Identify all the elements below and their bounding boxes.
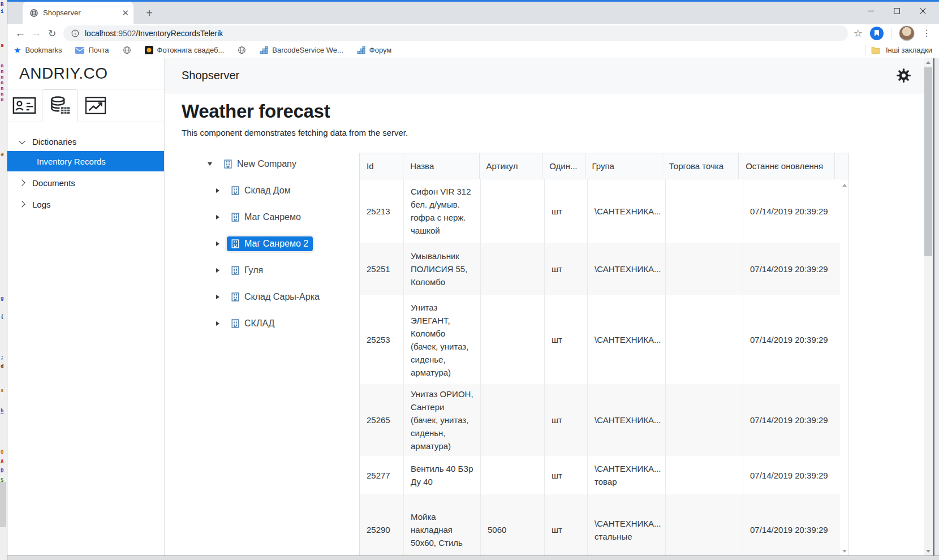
tree-node-root[interactable]: New Company bbox=[204, 156, 357, 172]
grid-cell-group[interactable]: \САНТЕХНИКА... товар bbox=[588, 456, 666, 494]
bookmark-item[interactable] bbox=[238, 46, 246, 54]
nav-dictionaries[interactable]: Dictionaries bbox=[7, 132, 164, 151]
table-row[interactable]: 25213Сифон VIR 312 бел. д/умыв. гофра с … bbox=[360, 179, 841, 243]
bookmark-item[interactable] bbox=[123, 46, 131, 54]
maximize-button[interactable] bbox=[884, 2, 910, 20]
tree-node[interactable]: Гуля bbox=[204, 262, 357, 278]
new-tab-button[interactable]: + bbox=[141, 5, 157, 21]
table-row[interactable]: 25253Унитаз ЭЛЕГАНТ, Коломбо (бачек, уни… bbox=[360, 295, 841, 384]
grid-cell-article[interactable] bbox=[481, 384, 545, 456]
scroll-down-icon[interactable] bbox=[842, 550, 847, 553]
grid-cell-id[interactable]: 25290 bbox=[360, 494, 404, 555]
grid-cell-updated[interactable]: 07/14/2019 20:39:29 bbox=[743, 295, 841, 384]
expand-icon[interactable] bbox=[216, 295, 219, 299]
grid-cell-name[interactable]: Мойка накладная 50х60, Стиль bbox=[404, 494, 481, 555]
grid-cell-point[interactable] bbox=[666, 456, 743, 494]
expand-icon[interactable] bbox=[216, 215, 219, 219]
grid-cell-unit[interactable]: шт bbox=[545, 295, 588, 384]
expand-icon[interactable] bbox=[216, 268, 219, 273]
nav-inventory-records-selected[interactable]: Inventory Records bbox=[7, 151, 164, 171]
grid-cell-article[interactable] bbox=[481, 456, 545, 494]
tree-node[interactable]: Маг Санремо bbox=[204, 209, 357, 225]
tab-reports[interactable] bbox=[78, 89, 113, 122]
grid-cell-point[interactable] bbox=[666, 295, 743, 384]
minimize-button[interactable] bbox=[858, 2, 884, 20]
grid-cell-article[interactable] bbox=[481, 243, 545, 295]
tab-close-icon[interactable]: ✕ bbox=[122, 8, 129, 17]
grid-cell-name[interactable]: Умывальник ПОЛИСИЯ 55, Коломбо bbox=[404, 243, 481, 295]
grid-cell-id[interactable]: 25277 bbox=[360, 456, 404, 494]
close-window-button[interactable] bbox=[910, 2, 936, 20]
bookmark-item[interactable]: Почта bbox=[75, 46, 109, 54]
tree-node-pill[interactable]: Маг Санремо 2 bbox=[227, 236, 313, 251]
tree-node-pill[interactable]: Склад Дом bbox=[227, 183, 295, 198]
browser-tab[interactable]: Shopserver ✕ bbox=[23, 2, 133, 24]
grid-scrollbar[interactable] bbox=[840, 179, 848, 555]
table-row[interactable]: 25290Мойка накладная 50х60, Стиль5060шт\… bbox=[360, 494, 841, 555]
grid-cell-unit[interactable]: шт bbox=[545, 179, 588, 243]
grid-column-header[interactable]: Id bbox=[360, 153, 403, 179]
grid-cell-name[interactable]: Сифон VIR 312 бел. д/умыв. гофра с нерж.… bbox=[404, 179, 481, 243]
page-info-icon[interactable] bbox=[71, 29, 79, 37]
nav-documents[interactable]: Documents bbox=[7, 173, 164, 193]
grid-cell-unit[interactable]: шт bbox=[545, 494, 588, 555]
grid-cell-updated[interactable]: 07/14/2019 20:39:29 bbox=[743, 456, 841, 494]
menu-dots-icon[interactable]: ⋮ bbox=[922, 28, 931, 38]
grid-cell-unit[interactable]: шт bbox=[545, 456, 588, 494]
tree-node-pill[interactable]: СКЛАД bbox=[227, 316, 279, 331]
tree-node[interactable]: Склад Дом bbox=[204, 183, 357, 199]
tree-node[interactable]: СКЛАД bbox=[204, 316, 357, 331]
grid-cell-id[interactable]: 25251 bbox=[360, 243, 404, 295]
grid-cell-updated[interactable]: 07/14/2019 20:39:29 bbox=[743, 243, 841, 295]
grid-cell-name[interactable]: Вентиль 40 БЗр Ду 40 bbox=[404, 456, 481, 494]
tree-node[interactable]: Маг Санремо 2 bbox=[204, 236, 357, 252]
grid-cell-id[interactable]: 25265 bbox=[360, 384, 404, 456]
grid-cell-updated[interactable]: 07/14/2019 20:39:29 bbox=[743, 384, 841, 456]
tree-node[interactable]: Склад Сары-Арка bbox=[204, 289, 357, 305]
bookmark-item[interactable]: BarcodeService We... bbox=[260, 46, 343, 54]
grid-column-header[interactable]: Торгова точка bbox=[662, 153, 739, 179]
extension-icon[interactable] bbox=[870, 27, 884, 40]
collapse-icon[interactable] bbox=[208, 162, 212, 166]
nav-logs[interactable]: Logs bbox=[7, 194, 164, 214]
table-row[interactable]: 25251Умывальник ПОЛИСИЯ 55, Коломбошт\СА… bbox=[360, 243, 841, 295]
grid-cell-updated[interactable]: 07/14/2019 20:39:29 bbox=[743, 179, 841, 243]
scroll-down-icon[interactable] bbox=[926, 550, 931, 553]
grid-cell-article[interactable] bbox=[481, 295, 545, 384]
bookmark-star-icon[interactable]: ☆ bbox=[854, 27, 863, 40]
bookmark-item[interactable]: ★Bookmarks bbox=[14, 46, 62, 55]
gear-icon[interactable] bbox=[896, 68, 911, 83]
grid-cell-group[interactable]: \САНТЕХНИКА... bbox=[588, 295, 666, 384]
grid-cell-article[interactable] bbox=[481, 179, 545, 243]
background-window-sliver[interactable]: Biannnnnnnag{;dshOADS bbox=[0, 0, 7, 560]
bookmark-item[interactable]: Фотокнига свадеб... bbox=[145, 46, 225, 54]
forward-button[interactable]: → bbox=[28, 25, 44, 41]
reload-button[interactable]: ↻ bbox=[44, 25, 60, 41]
grid-cell-id[interactable]: 25213 bbox=[360, 179, 404, 243]
grid-column-header[interactable]: Один... bbox=[542, 153, 585, 179]
grid-cell-point[interactable] bbox=[666, 384, 743, 456]
tree-node-pill[interactable]: Маг Санремо bbox=[227, 210, 305, 225]
grid-cell-name[interactable]: Унитаз ЭЛЕГАНТ, Коломбо (бачек, унитаз, … bbox=[404, 295, 481, 384]
back-button[interactable]: ← bbox=[12, 25, 28, 41]
grid-cell-group[interactable]: \САНТЕХНИКА... стальные bbox=[588, 494, 666, 555]
profile-avatar[interactable] bbox=[899, 25, 915, 41]
other-bookmarks-label[interactable]: Інші закладки bbox=[886, 46, 932, 54]
table-row[interactable]: 25265Унитаз ОРИОН, Сантери (бачек, унита… bbox=[360, 384, 841, 456]
grid-cell-group[interactable]: \САНТЕХНИКА... bbox=[588, 179, 666, 243]
table-row[interactable]: 25277Вентиль 40 БЗр Ду 40шт\САНТЕХНИКА..… bbox=[360, 456, 841, 494]
grid-column-header[interactable]: Група bbox=[585, 153, 662, 179]
page-scrollbar[interactable] bbox=[924, 58, 933, 555]
grid-cell-unit[interactable]: шт bbox=[545, 384, 588, 456]
grid-cell-group[interactable]: \САНТЕХНИКА... bbox=[588, 243, 666, 295]
tree-node-pill[interactable]: Гуля bbox=[227, 263, 268, 278]
scroll-up-icon[interactable] bbox=[842, 184, 847, 187]
bookmark-item[interactable]: Форум bbox=[357, 46, 392, 54]
grid-cell-name[interactable]: Унитаз ОРИОН, Сантери (бачек, унитаз, си… bbox=[404, 384, 481, 456]
grid-cell-unit[interactable]: шт bbox=[545, 243, 588, 295]
tree-node-pill[interactable]: Склад Сары-Арка bbox=[227, 290, 324, 304]
grid-cell-article[interactable]: 5060 bbox=[481, 494, 545, 555]
address-bar[interactable]: localhost:9502/InventoryRecordsTelerik bbox=[63, 25, 848, 41]
grid-column-header[interactable]: Артикул bbox=[480, 153, 543, 179]
scrollbar-thumb[interactable] bbox=[924, 67, 932, 256]
